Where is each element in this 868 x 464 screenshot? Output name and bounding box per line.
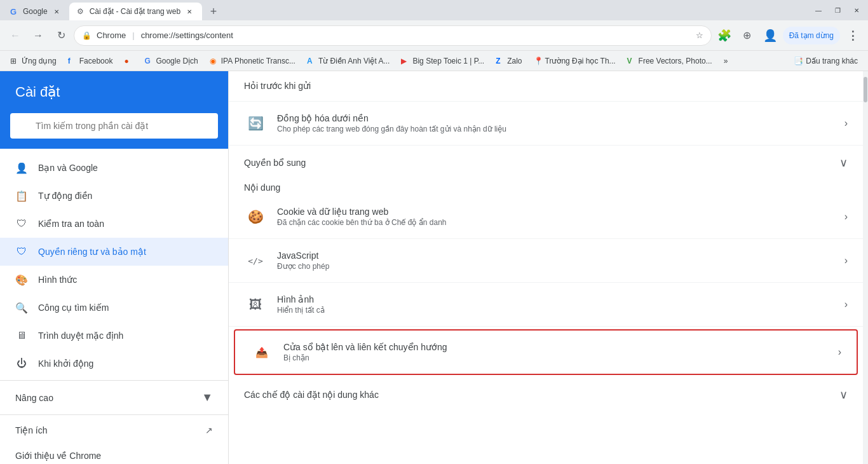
sidebar-item-ban-va-google[interactable]: 👤 Bạn và Google <box>0 154 228 182</box>
extensions-icon[interactable]: 🧩 <box>714 25 735 46</box>
cookie-arrow: › <box>844 211 848 222</box>
address-bar[interactable]: 🔒 Chrome | chrome://settings/content ☆ <box>74 25 712 46</box>
popup-icon: 📤 <box>250 341 273 364</box>
bookmark-ipa[interactable]: ◉ IPA Phonetic Transc... <box>205 53 301 69</box>
scrollbar-thumb[interactable] <box>864 77 867 102</box>
sidebar-advanced[interactable]: Nâng cao ▼ <box>0 383 228 412</box>
address-host: Chrome <box>97 31 126 40</box>
tab-google[interactable]: G Google ✕ <box>3 3 69 20</box>
bookmark-tudien[interactable]: A Từ Điền Anh Việt A... <box>302 53 395 69</box>
sidebar-item-khi-khoi-dong[interactable]: ⏻ Khi khởi động <box>0 350 228 378</box>
daihoc-favicon: 📍 <box>534 57 543 65</box>
nav-actions: 🧩 ⊕ 👤 Đã tạm dừng ⋮ <box>714 25 863 46</box>
bigstep-favicon: ▶ <box>401 57 410 65</box>
window-controls: — ❐ ✕ <box>810 4 865 17</box>
sidebar-item-kiem-tra-an-toan[interactable]: 🛡 Kiểm tra an toàn <box>0 210 228 238</box>
tien-ich-label: Tiện ích <box>15 425 48 435</box>
bookmark-zalo[interactable]: Z Zalo <box>491 53 527 69</box>
minimize-button[interactable]: — <box>810 4 827 17</box>
sidebar-item-about-chrome[interactable]: Giới thiệu về Chrome <box>0 443 228 464</box>
appearance-icon: 🎨 <box>15 273 28 286</box>
close-button[interactable]: ✕ <box>848 4 865 17</box>
bookmarks-bar: ⊞ Ứng dụng f Facebook ● G Google Dịch ◉ … <box>0 51 868 71</box>
javascript-desc: Được cho phép <box>277 262 834 271</box>
scrollbar-track[interactable] <box>863 71 868 464</box>
cac-che-do-label: Các chế độ cài đặt nội dung khác <box>244 390 379 400</box>
maximize-button[interactable]: ❐ <box>829 4 846 17</box>
javascript-text: JavaScript Được cho phép <box>277 250 834 271</box>
setting-cookie[interactable]: 🍪 Cookie và dữ liệu trang web Đã chặn cá… <box>229 195 863 239</box>
setting-hoi-truoc-khi-gui[interactable]: Hỏi trước khi gửi <box>229 71 863 102</box>
bookmark-apps[interactable]: ⊞ Ứng dụng <box>5 53 62 69</box>
safety-icon: 🛡 <box>15 217 28 230</box>
tudien-favicon: A <box>307 57 316 65</box>
sidebar-item-tien-ich[interactable]: Tiện ích ↗ <box>0 418 228 443</box>
title-bar: G Google ✕ ⚙ Cài đặt - Cài đặt trang web… <box>0 0 868 20</box>
setting-cua-so-bat-len[interactable]: 📤 Cửa sổ bật lên và liên kết chuyển hướn… <box>234 329 858 375</box>
bookmark-apps-label: Ứng dụng <box>22 57 57 65</box>
profile-label: Đã tạm dừng <box>789 31 834 40</box>
bookmark-googledich[interactable]: G Google Dịch <box>139 53 203 69</box>
sidebar-item-trinh-duyet-mac-dinh-label: Trình duyệt mặc định <box>38 331 123 341</box>
tab-settings-close[interactable]: ✕ <box>184 6 194 17</box>
bookmark-daihoc-label: Trường Đại học Th... <box>545 57 616 65</box>
cookie-title: Cookie và dữ liệu trang web <box>277 207 834 217</box>
sidebar-item-hinh-thuc[interactable]: 🎨 Hình thức <box>0 266 228 294</box>
apps-favicon: ⊞ <box>10 57 19 65</box>
facebook-favicon: f <box>68 57 77 65</box>
new-tab-button[interactable]: + <box>205 3 222 20</box>
cookie-text: Cookie và dữ liệu trang web Đã chặn các … <box>277 207 834 227</box>
tab-settings[interactable]: ⚙ Cài đặt - Cài đặt trang web ✕ <box>69 3 202 20</box>
settings-title: Cài đặt <box>0 71 228 113</box>
dong-bo-hoa-title: Đồng bộ hóa dưới nền <box>277 113 834 123</box>
menu-icon[interactable]: ⋮ <box>843 25 863 46</box>
setting-javascript[interactable]: </> JavaScript Được cho phép › <box>229 239 863 283</box>
bookmark-facebook[interactable]: f Facebook <box>63 53 118 69</box>
person-icon: 👤 <box>15 161 28 174</box>
cua-so-bat-len-text: Cửa sổ bật lên và liên kết chuyển hướng … <box>283 342 828 362</box>
sidebar-item-tu-dong-dien[interactable]: 📋 Tự động điền <box>0 182 228 210</box>
sidebar-item-cong-cu-tim-kiem[interactable]: 🔍 Công cụ tìm kiếm <box>0 294 228 322</box>
search-input[interactable] <box>10 113 218 139</box>
bookmark-dautrang[interactable]: 📑 Dấu trang khác <box>789 53 863 69</box>
tab-google-close[interactable]: ✕ <box>51 6 62 17</box>
bookmark-more[interactable]: » <box>719 53 733 69</box>
circle-favicon: ● <box>124 57 133 65</box>
dautrang-icon: 📑 <box>794 57 803 65</box>
tabs-area: G Google ✕ ⚙ Cài đặt - Cài đặt trang web… <box>3 0 222 20</box>
googledich-favicon: G <box>144 57 153 65</box>
sidebar-item-trinh-duyet-mac-dinh[interactable]: 🖥 Trình duyệt mặc định <box>0 322 228 350</box>
sidebar-divider-1 <box>0 380 228 381</box>
setting-dong-bo-hoa[interactable]: 🔄 Đồng bộ hóa dưới nền Cho phép các tran… <box>229 102 863 146</box>
autofill-icon: 📋 <box>15 189 28 202</box>
forward-button[interactable]: → <box>28 25 48 46</box>
cua-so-bat-len-arrow: › <box>838 346 841 358</box>
bookmark-ipa-label: IPA Phonetic Transc... <box>221 57 295 65</box>
section-cac-che-do[interactable]: Các chế độ cài đặt nội dung khác ∨ <box>229 378 863 407</box>
bookmark-more-icon: » <box>724 57 728 65</box>
bookmark-bigstep[interactable]: ▶ Big Step Toeic 1 | P... <box>396 53 489 69</box>
title-bar-left: G Google ✕ ⚙ Cài đặt - Cài đặt trang web… <box>3 0 222 20</box>
privacy-icon: 🛡 <box>15 245 28 258</box>
back-button[interactable]: ← <box>5 25 25 46</box>
startup-icon: ⏻ <box>15 357 28 370</box>
account-icon[interactable]: 👤 <box>760 25 780 46</box>
sidebar-item-cong-cu-tim-kiem-label: Công cụ tìm kiếm <box>38 303 109 313</box>
hinh-anh-text: Hình ảnh Hiển thị tất cả <box>277 294 834 315</box>
reload-button[interactable]: ↻ <box>51 25 71 46</box>
setting-hinh-anh[interactable]: 🖼 Hình ảnh Hiển thị tất cả › <box>229 283 863 327</box>
bookmark-circle[interactable]: ● <box>119 53 138 69</box>
profile-extensions-btn[interactable]: ⊕ <box>737 25 757 46</box>
browser-frame: G Google ✕ ⚙ Cài đặt - Cài đặt trang web… <box>0 0 868 464</box>
dong-bo-hoa-arrow: › <box>844 118 848 129</box>
search-engine-icon: 🔍 <box>15 301 28 314</box>
sync-icon: 🔄 <box>244 112 267 135</box>
hinh-anh-desc: Hiển thị tất cả <box>277 306 834 315</box>
bookmark-daihoc[interactable]: 📍 Trường Đại học Th... <box>529 53 621 69</box>
sidebar-item-quyen-rieng-tu[interactable]: 🛡 Quyền riêng tư và bảo mật <box>0 238 228 266</box>
section-quyen-bo-sung[interactable]: Quyền bổ sung ∨ <box>229 146 863 175</box>
star-icon[interactable]: ☆ <box>696 31 703 40</box>
profile-button[interactable]: Đã tạm dừng <box>783 27 840 44</box>
javascript-icon: </> <box>244 249 267 272</box>
bookmark-vectors[interactable]: V Free Vectors, Photo... <box>622 53 717 69</box>
